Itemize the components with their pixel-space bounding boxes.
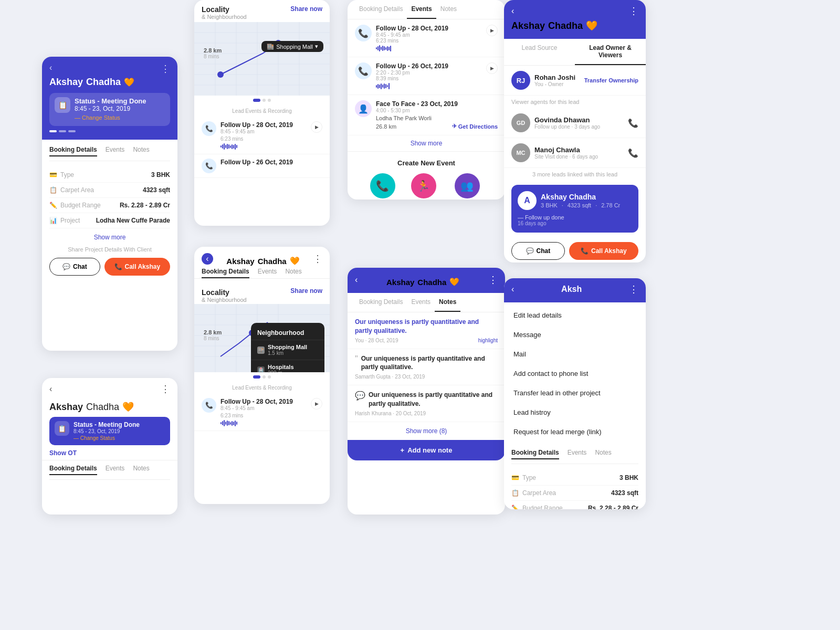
more-button-4[interactable]: ⋮ bbox=[313, 253, 322, 265]
waveform-5b bbox=[376, 83, 482, 89]
highlight-lead-card: A Akshay Chadha 3 BHK · 4323 sqft · 2.78… bbox=[511, 185, 638, 233]
tab-lead-owner[interactable]: Lead Owner & Viewers bbox=[575, 39, 646, 65]
detail-type-8: 💳 Type 3 BHK bbox=[511, 470, 638, 486]
menu-mail[interactable]: Mail bbox=[504, 344, 646, 364]
tab-notes-6[interactable]: Notes bbox=[435, 293, 460, 312]
tab-ev-8[interactable]: Events bbox=[568, 449, 587, 459]
dot-3 bbox=[68, 130, 76, 132]
show-ot-link[interactable]: Show OT bbox=[49, 449, 170, 457]
back-button-4[interactable]: ‹ bbox=[202, 253, 213, 265]
status-icon: 📋 bbox=[55, 97, 70, 113]
tab-bd-2[interactable]: Booking Details bbox=[49, 465, 97, 475]
get-directions-btn[interactable]: ✈ Get Directions bbox=[452, 123, 498, 130]
tab-lead-source[interactable]: Lead Source bbox=[504, 39, 575, 65]
detail-type: 💳 Type 3 BHK bbox=[49, 167, 170, 183]
chat-button-7[interactable]: 💬 Chat bbox=[511, 242, 565, 260]
share-now-4[interactable]: Share now bbox=[290, 287, 322, 295]
share-now-button[interactable]: Share now bbox=[290, 5, 322, 13]
back-button[interactable]: ‹ bbox=[49, 63, 52, 72]
tab-bd-8[interactable]: Booking Details bbox=[511, 449, 559, 459]
pdot-2 bbox=[262, 375, 266, 379]
call-viewer-2[interactable]: 📞 bbox=[628, 148, 638, 158]
fn-4: Akshay bbox=[226, 257, 254, 266]
menu-message[interactable]: Message bbox=[504, 325, 646, 344]
fn-7: Akshay bbox=[511, 20, 545, 32]
tab-booking-5[interactable]: Booking Details bbox=[355, 0, 407, 19]
show-more-link[interactable]: Show more bbox=[49, 234, 170, 241]
face-to-face-button[interactable]: 👥 Face to Face bbox=[452, 173, 482, 200]
more-button-6[interactable]: ⋮ bbox=[488, 274, 498, 286]
change-status-2[interactable]: — Change Status bbox=[74, 435, 140, 441]
tab-ev-6[interactable]: Events bbox=[407, 293, 435, 312]
owner-row: RJ Rohan Joshi You - Owner Transfer Owne… bbox=[504, 66, 646, 96]
tab-bd-6[interactable]: Booking Details bbox=[355, 293, 407, 312]
more-button-7[interactable]: ⋮ bbox=[629, 5, 638, 17]
nbhd-hospital[interactable]: 🏥 Hospitals 200 m bbox=[251, 360, 324, 372]
tab-notes-4[interactable]: Notes bbox=[285, 268, 301, 278]
emoji-2: 🧡 bbox=[122, 401, 134, 413]
menu-edit-lead[interactable]: Edit lead details bbox=[504, 306, 646, 325]
event-item-4: 📞 Follow Up - 28 Oct, 2019 8:45 - 9:45 a… bbox=[194, 394, 330, 431]
follow-up-button[interactable]: 📞 Follow up bbox=[370, 173, 395, 200]
lead-card-main: ‹ ⋮ Akshay Chadha 🧡 📋 Status - Meeting D… bbox=[42, 57, 177, 351]
tab-notes[interactable]: Notes bbox=[133, 146, 149, 156]
tab-events[interactable]: Events bbox=[106, 146, 125, 156]
call-button-7[interactable]: 📞 Call Akshay bbox=[569, 242, 638, 260]
status-time: 8:45 - 23, Oct, 2019 bbox=[75, 105, 146, 112]
ln-4: Chadha bbox=[258, 257, 287, 266]
play-5a[interactable]: ▶ bbox=[486, 25, 498, 36]
note-3: 💬 Our uniqueness is partly quantitative … bbox=[348, 385, 505, 422]
back-button-8[interactable]: ‹ bbox=[511, 285, 514, 294]
follow-up-icon: 📞 bbox=[370, 173, 395, 198]
more-button-2[interactable]: ⋮ bbox=[161, 383, 170, 395]
detail-carpet-8: 📋 Carpet Area 4323 sqft bbox=[511, 486, 638, 501]
tab-ev-4[interactable]: Events bbox=[258, 268, 277, 278]
chat-icon: 💬 bbox=[62, 263, 70, 270]
transfer-ownership-btn[interactable]: Transfer Ownership bbox=[584, 77, 638, 83]
last-name: Chadha bbox=[86, 77, 121, 88]
tab-events-5[interactable]: Events bbox=[407, 0, 436, 19]
more-button[interactable]: ⋮ bbox=[161, 63, 170, 75]
call-viewer-1[interactable]: 📞 bbox=[628, 118, 638, 128]
neighbourhood-text: & Neighbourhood bbox=[202, 14, 322, 20]
detail-carpet: 📋 Carpet Area 4323 sqft bbox=[49, 183, 170, 198]
partial-name: Aksh bbox=[561, 285, 582, 294]
menu-lead-merge[interactable]: Request for lead merge (link) bbox=[504, 422, 646, 442]
tab-notes-2[interactable]: Notes bbox=[133, 465, 149, 475]
play-button-4[interactable]: ▶ bbox=[311, 398, 322, 410]
tab-ev-2[interactable]: Events bbox=[106, 465, 125, 475]
lead-events-label: Lead Events & Recording bbox=[194, 108, 330, 114]
status-title: Status - Meeting Done bbox=[75, 97, 146, 105]
dropdown-card: ‹ Aksh ⋮ Edit lead details Message Mail … bbox=[504, 278, 646, 509]
tab-booking-details[interactable]: Booking Details bbox=[49, 146, 97, 156]
chat-button[interactable]: 💬 Chat bbox=[49, 258, 100, 276]
quote-icon-2: " bbox=[355, 354, 358, 364]
site-visit-button[interactable]: 🏃 Site Visit bbox=[411, 173, 436, 200]
notes-card: ‹ Akshay Chadha 🧡 ⋮ Booking Details Even… bbox=[348, 268, 505, 514]
more-button-8[interactable]: ⋮ bbox=[629, 284, 638, 295]
map-badge[interactable]: 🏬 Shopping Mall ▾ bbox=[261, 41, 323, 52]
tab-notes-8[interactable]: Notes bbox=[595, 449, 611, 459]
back-button-7[interactable]: ‹ bbox=[511, 6, 514, 16]
play-button-1[interactable]: ▶ bbox=[311, 121, 322, 133]
back-button-6[interactable]: ‹ bbox=[355, 275, 358, 285]
svg-point-12 bbox=[217, 71, 224, 78]
menu-lead-history[interactable]: Lead histroy bbox=[504, 403, 646, 422]
nbhd-mall[interactable]: 🏬 Shopping Mall 1.5 km bbox=[251, 340, 324, 360]
show-more-notes[interactable]: Show more (8) bbox=[348, 422, 505, 440]
menu-transfer-lead[interactable]: Transfer lead in other project bbox=[504, 383, 646, 403]
event-item-1: 📞 Follow Up - 28 Oct, 2019 8:45 - 9:45 a… bbox=[194, 117, 330, 154]
neighbourhood-dropdown[interactable]: Neighbourhood 🏬 Shopping Mall 1.5 km 🏥 H… bbox=[251, 323, 324, 372]
card-body: Booking Details Events Notes 💳 Type 3 BH… bbox=[42, 140, 177, 282]
viewer-row-1: GD Govinda Dhawan Follow up done · 3 day… bbox=[504, 108, 646, 138]
menu-add-contact[interactable]: Add contact to phone list bbox=[504, 364, 646, 383]
add-note-button[interactable]: + Add new note bbox=[348, 440, 505, 460]
em-6: 🧡 bbox=[449, 277, 459, 287]
back-button-2[interactable]: ‹ bbox=[49, 384, 52, 394]
show-more-events[interactable]: Show more bbox=[348, 135, 505, 151]
tab-notes-5[interactable]: Notes bbox=[436, 0, 461, 19]
play-5b[interactable]: ▶ bbox=[486, 62, 498, 74]
call-button[interactable]: 📞 Call Akshay bbox=[104, 258, 170, 276]
change-status-link[interactable]: — Change Status bbox=[75, 114, 120, 121]
tab-bd-4[interactable]: Booking Details bbox=[202, 268, 249, 278]
